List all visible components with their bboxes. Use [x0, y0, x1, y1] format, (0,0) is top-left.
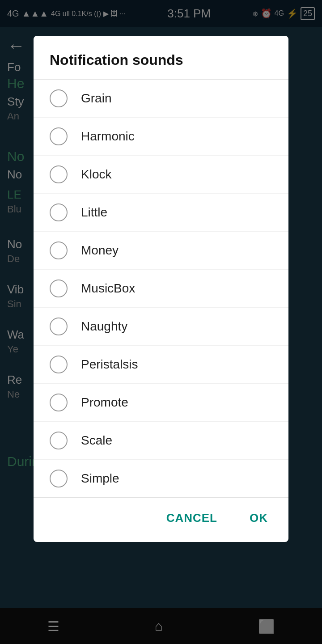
dialog-title: Notification sounds: [34, 36, 288, 80]
option-label-money: Money: [81, 243, 119, 258]
options-list: GrainHarmonicKlockLittleMoneyMusicBoxNau…: [34, 80, 288, 497]
option-item-naughty[interactable]: Naughty: [34, 308, 288, 346]
option-item-klock[interactable]: Klock: [34, 156, 288, 194]
radio-musicbox: [50, 280, 68, 297]
option-label-naughty: Naughty: [81, 319, 127, 334]
ok-button[interactable]: OK: [242, 507, 275, 530]
option-label-little: Little: [81, 205, 107, 220]
option-label-musicbox: MusicBox: [81, 281, 135, 296]
radio-peristalsis: [50, 356, 68, 373]
option-label-grain: Grain: [81, 91, 111, 106]
option-item-scale[interactable]: Scale: [34, 422, 288, 460]
radio-klock: [50, 165, 68, 183]
radio-naughty: [50, 318, 68, 335]
option-item-peristalsis[interactable]: Peristalsis: [34, 346, 288, 384]
option-item-grain[interactable]: Grain: [34, 80, 288, 118]
option-label-scale: Scale: [81, 433, 112, 448]
radio-scale: [50, 432, 68, 449]
radio-grain: [50, 89, 68, 107]
option-label-klock: Klock: [81, 167, 111, 182]
option-item-promote[interactable]: Promote: [34, 384, 288, 422]
option-label-harmonic: Harmonic: [81, 129, 135, 144]
dialog-actions: CANCEL OK: [34, 497, 288, 542]
notification-sounds-dialog: Notification sounds GrainHarmonicKlockLi…: [34, 36, 288, 542]
radio-harmonic: [50, 127, 68, 145]
option-label-peristalsis: Peristalsis: [81, 357, 138, 372]
cancel-button[interactable]: CANCEL: [159, 507, 225, 530]
option-label-simple: Simple: [81, 471, 119, 486]
option-item-little[interactable]: Little: [34, 194, 288, 232]
option-item-money[interactable]: Money: [34, 232, 288, 270]
radio-money: [50, 242, 68, 259]
radio-simple: [50, 470, 68, 487]
option-item-simple[interactable]: Simple: [34, 460, 288, 497]
option-item-musicbox[interactable]: MusicBox: [34, 270, 288, 308]
radio-little: [50, 203, 68, 221]
radio-promote: [50, 394, 68, 411]
option-label-promote: Promote: [81, 395, 128, 410]
option-item-harmonic[interactable]: Harmonic: [34, 118, 288, 156]
